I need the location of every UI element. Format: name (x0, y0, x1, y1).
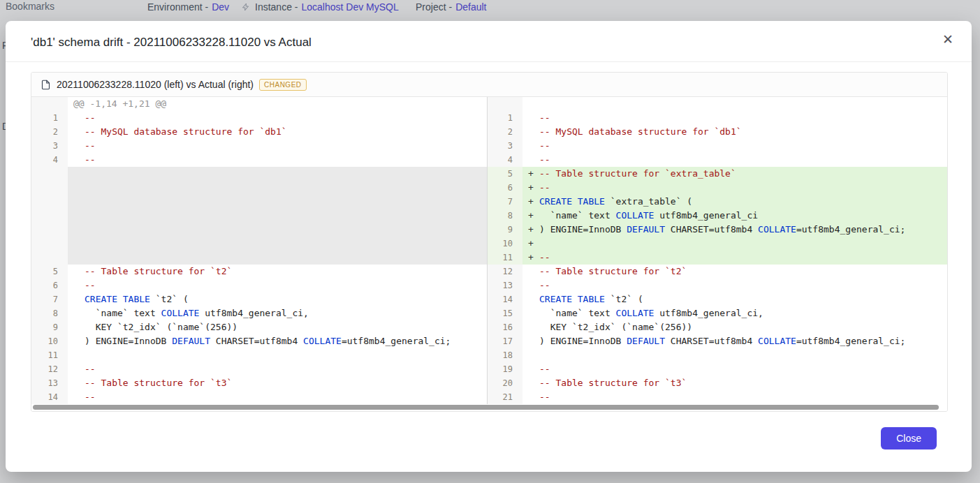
diff-line: 12-- Table structure for `t2` (488, 265, 947, 278)
diff-line: 13-- Table structure for `t3` (31, 376, 487, 390)
diff-line (31, 167, 487, 181)
diff-line: 11 (31, 348, 487, 362)
diff-body: @@ -1,14 +1,21 @@1--2-- MySQL database s… (31, 97, 947, 404)
line-number: 3 (488, 139, 522, 153)
code-line: -- (68, 362, 487, 376)
changed-badge: CHANGED (259, 79, 307, 91)
schema-drift-modal: 'db1' schema drift - 20211006233228.1102… (6, 21, 972, 472)
diff-line: 3-- (31, 139, 487, 153)
code-line: ) ENGINE=InnoDB DEFAULT CHARSET=utf8mb4 … (68, 334, 487, 348)
line-number: 14 (31, 390, 68, 404)
diff-line (31, 223, 487, 237)
line-number: 2 (31, 125, 68, 139)
line-number: 12 (31, 362, 68, 376)
code-line: -- (68, 111, 487, 125)
line-number: 2 (488, 125, 522, 139)
diff-viewer: 20211006233228.11020 (left) vs Actual (r… (31, 72, 948, 412)
code-line (68, 348, 487, 362)
line-number: 9 (31, 320, 68, 334)
diff-line: 1-- (31, 111, 487, 125)
diff-line (31, 251, 487, 265)
diff-line: 8+ `name` text COLLATE utf8mb4_general_c… (488, 209, 947, 223)
code-line: +-- Table structure for `extra_table` (522, 167, 947, 181)
diff-line (31, 195, 487, 209)
modal-title: 'db1' schema drift - 20211006233228.1102… (31, 36, 946, 50)
diff-line: 11+-- (488, 251, 947, 265)
line-number (31, 97, 68, 111)
code-line: + `name` text COLLATE utf8mb4_general_ci (522, 209, 947, 223)
line-number: 6 (31, 278, 68, 292)
line-number (488, 97, 522, 111)
code-line: -- (68, 390, 487, 404)
code-line (68, 167, 487, 181)
line-number: 7 (31, 292, 68, 306)
line-number: 4 (488, 153, 522, 167)
diff-title: 20211006233228.11020 (left) vs Actual (r… (57, 79, 254, 90)
diff-line: 15 `name` text COLLATE utf8mb4_general_c… (488, 306, 947, 320)
added-line-marker: + (528, 209, 534, 223)
diff-line: 17) ENGINE=InnoDB DEFAULT CHARSET=utf8mb… (488, 334, 947, 348)
line-number: 6 (488, 181, 522, 195)
close-icon[interactable]: ✕ (942, 33, 953, 46)
line-number: 8 (488, 209, 522, 223)
diff-line: 18 (488, 348, 947, 362)
code-line (68, 237, 487, 251)
diff-line: 2-- MySQL database structure for `db1` (31, 125, 487, 139)
diff-line (31, 181, 487, 195)
code-line (68, 181, 487, 195)
added-line-marker: + (528, 237, 534, 251)
diff-line: 4-- (31, 153, 487, 167)
diff-line: 16 KEY `t2_idx` (`name`(256)) (488, 320, 947, 334)
line-number: 3 (31, 139, 68, 153)
diff-line: 19-- (488, 362, 947, 376)
code-line: + (522, 237, 947, 251)
diff-line: 6-- (31, 278, 487, 292)
code-line (68, 223, 487, 237)
diff-line: 14CREATE TABLE `t2` ( (488, 292, 947, 306)
code-line: KEY `t2_idx` (`name`(256)) (522, 320, 947, 334)
diff-line: 14-- (31, 390, 487, 404)
diff-line: 21-- (488, 390, 947, 404)
line-number: 4 (31, 153, 68, 167)
code-line: -- MySQL database structure for `db1` (68, 125, 487, 139)
code-line: -- (68, 153, 487, 167)
diff-line: 12-- (31, 362, 487, 376)
line-number: 12 (488, 265, 522, 278)
diff-line: 10) ENGINE=InnoDB DEFAULT CHARSET=utf8mb… (31, 334, 487, 348)
code-line: `name` text COLLATE utf8mb4_general_ci, (522, 306, 947, 320)
diff-line: 13-- (488, 278, 947, 292)
code-line: -- MySQL database structure for `db1` (522, 125, 947, 139)
diff-line: 9 KEY `t2_idx` (`name`(256)) (31, 320, 487, 334)
code-line (68, 209, 487, 223)
line-number (31, 209, 68, 223)
code-line (68, 251, 487, 265)
line-number: 20 (488, 376, 522, 390)
diff-left-pane: @@ -1,14 +1,21 @@1--2-- MySQL database s… (31, 97, 488, 404)
diff-header: 20211006233228.11020 (left) vs Actual (r… (31, 73, 947, 97)
line-number: 10 (488, 237, 522, 251)
diff-line: 1-- (488, 111, 947, 125)
line-number: 21 (488, 390, 522, 404)
code-line: -- Table structure for `t3` (68, 376, 487, 390)
code-line: -- Table structure for `t2` (68, 265, 487, 278)
code-line: -- (68, 278, 487, 292)
code-line (522, 348, 947, 362)
diff-line (488, 97, 947, 111)
line-number: 11 (31, 348, 68, 362)
line-number: 13 (488, 278, 522, 292)
line-number: 13 (31, 376, 68, 390)
added-line-marker: + (528, 251, 534, 265)
line-number (31, 237, 68, 251)
code-line: -- (522, 390, 947, 404)
code-line: -- (522, 362, 947, 376)
scrollbar-thumb[interactable] (33, 405, 939, 410)
code-line: +CREATE TABLE `extra_table` ( (522, 195, 947, 209)
close-button[interactable]: Close (881, 427, 937, 449)
line-number: 16 (488, 320, 522, 334)
code-line (522, 97, 947, 111)
modal-header: 'db1' schema drift - 20211006233228.1102… (6, 21, 972, 62)
line-number: 17 (488, 334, 522, 348)
line-number: 15 (488, 306, 522, 320)
line-number: 8 (31, 306, 68, 320)
line-number (31, 195, 68, 209)
